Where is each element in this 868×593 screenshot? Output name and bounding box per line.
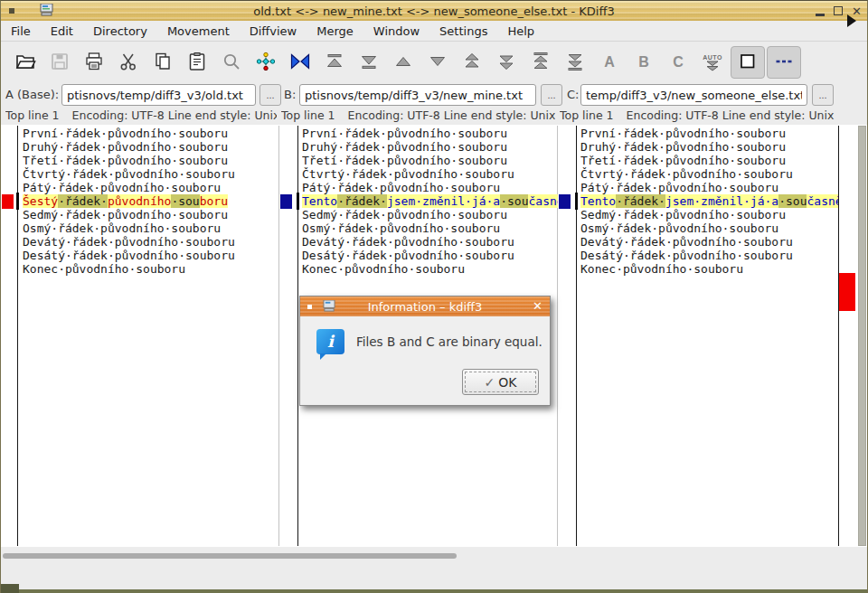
dialog-title: Information – kdiff3 xyxy=(300,300,550,314)
auto-advance-button[interactable]: AUTO xyxy=(695,45,730,80)
minimize-icon[interactable] xyxy=(816,14,825,16)
text-line[interactable]: Sedmý·řádek·původního·souboru xyxy=(580,208,838,221)
check-icon: ✓ xyxy=(485,375,495,390)
select-line-a-button[interactable]: A xyxy=(592,45,627,80)
menu-diffview[interactable]: Diffview xyxy=(240,21,307,42)
goto-current-delta-button[interactable] xyxy=(283,45,317,80)
text-line[interactable]: Třetí·řádek·původního·souboru xyxy=(23,154,279,167)
text-line[interactable]: Desátý·řádek·původního·souboru xyxy=(23,249,279,262)
text-line[interactable]: První·řádek·původního·souboru xyxy=(302,127,558,140)
menu-movement[interactable]: Movement xyxy=(157,21,240,42)
reload-button[interactable] xyxy=(249,45,283,80)
prev-unsolved-conflict-button[interactable] xyxy=(524,45,558,80)
text-line[interactable]: Třetí·řádek·původního·souboru xyxy=(302,154,558,167)
file-c-browse-button[interactable]: ... xyxy=(812,84,834,106)
print-button[interactable] xyxy=(77,45,111,80)
menu-file[interactable]: File xyxy=(1,21,41,42)
text-line[interactable]: Sedmý·řádek·původního·souboru xyxy=(23,208,279,221)
next-delta-button[interactable] xyxy=(420,45,455,80)
matching-text: ·řádek· xyxy=(337,194,387,208)
select-line-c-button[interactable]: C xyxy=(661,45,695,80)
next-conflict-button[interactable] xyxy=(489,45,524,80)
show-linenumbers-toggle[interactable] xyxy=(767,46,801,79)
text-line[interactable]: Desátý·řádek·původního·souboru xyxy=(302,249,558,262)
save-button[interactable] xyxy=(42,45,77,80)
text-line[interactable]: Konec·původního·souboru xyxy=(23,262,279,276)
menu-help[interactable]: Help xyxy=(497,21,544,42)
prev-conflict-button[interactable] xyxy=(455,45,489,80)
text-line[interactable]: Čtvrtý·řádek·původního·souboru xyxy=(23,167,279,181)
file-c-input[interactable] xyxy=(580,84,807,106)
triangle-up-bar-icon xyxy=(324,51,345,75)
matching-text: ·řádek· xyxy=(616,194,665,208)
select-line-b-button[interactable]: B xyxy=(627,45,661,80)
text-line[interactable]: Čtvrtý·řádek·původního·souboru xyxy=(580,167,838,181)
changed-text: Tento xyxy=(580,194,616,208)
text-line[interactable]: Čtvrtý·řádek·původního·souboru xyxy=(302,167,558,181)
text-line[interactable]: Druhý·řádek·původního·souboru xyxy=(23,140,279,154)
reload-diff-icon xyxy=(255,51,277,75)
next-unsolved-conflict-button[interactable] xyxy=(558,45,592,80)
file-b-input[interactable] xyxy=(299,84,536,106)
menu-window[interactable]: Window xyxy=(363,21,429,42)
text-line[interactable]: Osmý·řádek·původního·souboru xyxy=(23,221,279,235)
text-line[interactable]: Tento·řádek·jsem·změnil·já·a·současně xyxy=(580,194,838,208)
text-line[interactable]: Konec·původního·souboru xyxy=(580,262,838,276)
text-line[interactable]: První·řádek·původního·souboru xyxy=(580,127,838,140)
text-line[interactable]: Devátý·řádek·původního·souboru xyxy=(302,235,558,249)
show-whitespace-toggle[interactable] xyxy=(731,46,765,79)
text-line[interactable]: Devátý·řádek·původního·souboru xyxy=(23,235,279,249)
menu-directory[interactable]: Directory xyxy=(83,21,157,42)
text-line[interactable]: Osmý·řádek·původního·souboru xyxy=(302,221,558,235)
text-line[interactable]: První·řádek·původního·souboru xyxy=(23,127,279,140)
text-line[interactable]: Šestý·řádek·původního·souboru xyxy=(23,194,279,208)
menu-merge[interactable]: Merge xyxy=(307,21,363,42)
text-line[interactable]: Osmý·řádek·původního·souboru xyxy=(580,221,838,235)
text-line[interactable]: Druhý·řádek·původního·souboru xyxy=(302,140,558,154)
vertical-scrollbar-thumb[interactable] xyxy=(859,127,865,545)
pane-a-text[interactable]: První·řádek·původního·souboruDruhý·řádek… xyxy=(23,125,279,547)
horizontal-scrollbar-thumb[interactable] xyxy=(3,553,457,559)
text-line[interactable]: Pátý·řádek·původního·souboru xyxy=(23,181,279,194)
maximize-icon[interactable] xyxy=(834,6,843,15)
goto-first-delta-button[interactable] xyxy=(317,45,352,80)
text-line[interactable]: Pátý·řádek·původního·souboru xyxy=(580,181,838,194)
vertical-scrollbar[interactable] xyxy=(858,126,866,546)
search-icon xyxy=(221,51,242,75)
scissors-icon xyxy=(118,51,139,75)
changed-text: Šestý xyxy=(23,194,58,208)
current-diff-marker xyxy=(16,193,19,210)
paste-button[interactable] xyxy=(180,45,214,80)
window-resize-corner[interactable] xyxy=(1,584,19,593)
file-b-browse-button[interactable]: ... xyxy=(541,84,562,106)
file-a-browse-button[interactable]: ... xyxy=(259,84,281,106)
window-titlebar[interactable]: old.txt <-> new_mine.txt <-> new_someone… xyxy=(1,1,867,21)
overview-column[interactable] xyxy=(839,126,855,546)
text-line[interactable]: Sedmý·řádek·původního·souboru xyxy=(302,208,558,221)
text-line[interactable]: Desátý·řádek·původního·souboru xyxy=(580,249,838,262)
find-button[interactable] xyxy=(214,45,249,80)
text-line[interactable]: Pátý·řádek·původního·souboru xyxy=(302,181,558,194)
close-icon[interactable]: ✕ xyxy=(852,5,862,17)
menu-edit[interactable]: Edit xyxy=(41,21,83,42)
prev-delta-button[interactable] xyxy=(386,45,420,80)
text-line[interactable]: Třetí·řádek·původního·souboru xyxy=(580,154,838,167)
file-a-input[interactable] xyxy=(61,84,256,106)
cut-button[interactable] xyxy=(111,45,146,80)
menu-settings[interactable]: Settings xyxy=(429,21,497,42)
text-line[interactable]: Tento·řádek·jsem·změnil·já·a·současně xyxy=(302,194,558,208)
ok-button[interactable]: ✓OK xyxy=(462,369,539,395)
kdiff3-window: old.txt <-> new_mine.txt <-> new_someone… xyxy=(0,0,868,593)
text-line[interactable]: Druhý·řádek·původního·souboru xyxy=(580,140,838,154)
open-button[interactable] xyxy=(8,45,42,80)
text-line[interactable]: Konec·původního·souboru xyxy=(302,262,558,276)
text-line[interactable]: Devátý·řádek·původního·souboru xyxy=(580,235,838,249)
pane-b-status: Top line 1Encoding: UTF-8 Line end style… xyxy=(281,108,555,124)
copy-button[interactable] xyxy=(146,45,180,80)
dialog-close-icon[interactable]: ✕ xyxy=(533,296,542,316)
save-icon xyxy=(49,51,71,75)
pane-c-text[interactable]: První·řádek·původního·souboruDruhý·řádek… xyxy=(580,125,838,547)
current-diff-marker xyxy=(575,193,578,210)
goto-last-delta-button[interactable] xyxy=(352,45,386,80)
dialog-titlebar[interactable]: Information – kdiff3 ✕ xyxy=(300,296,550,316)
